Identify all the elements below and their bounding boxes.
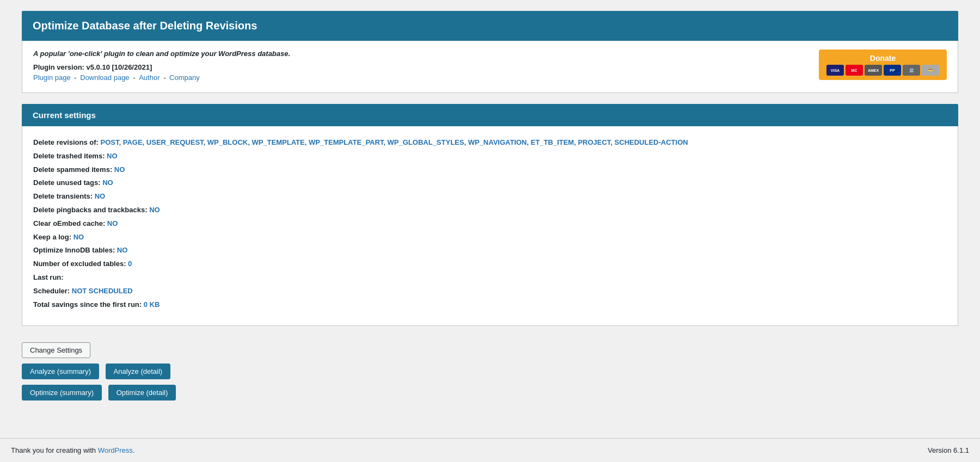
setting-value-transients: NO [95,192,106,200]
mastercard-icon: MC [846,65,863,76]
setting-value-innodb: NO [117,246,128,254]
setting-value-log: NO [74,233,84,241]
setting-label-spammed: Delete spammed items: [33,165,114,174]
plugin-version: Plugin version: v5.0.10 [10/26/2021] [33,63,947,71]
plugin-info-bar: A popular 'one-click' plugin to clean an… [22,41,958,93]
setting-value-pingbacks: NO [149,206,160,214]
setting-label-revisions: Delete revisions of: [33,138,101,146]
plugin-tagline: A popular 'one-click' plugin to clean an… [33,50,947,58]
settings-body: Delete revisions of: POST, PAGE, USER_RE… [22,126,958,326]
setting-label-transients: Delete transients: [33,192,95,200]
setting-spammed: Delete spammed items: NO [33,164,947,176]
setting-value-savings: 0 KB [144,300,160,309]
wordpress-link[interactable]: WordPress [98,446,133,454]
setting-total-savings: Total savings since the first run: 0 KB [33,299,947,311]
actions-area: Change Settings Analyze (summary) Analyz… [22,337,958,411]
change-settings-row: Change Settings [22,342,958,358]
optimize-summary-button[interactable]: Optimize (summary) [22,385,102,401]
setting-label-innodb: Optimize InnoDB tables: [33,246,117,254]
separator-2: - [133,73,137,82]
section-title: Current settings [33,110,947,120]
setting-value-trashed: NO [107,152,118,160]
author-link[interactable]: Author [139,73,160,82]
setting-oembed: Clear oEmbed cache: NO [33,218,947,230]
donate-button[interactable]: Donate VISA MC AMEX PP 🏦 💳 [819,50,947,80]
page-footer: Thank you for creating with WordPress. V… [0,438,980,462]
setting-delete-revisions: Delete revisions of: POST, PAGE, USER_RE… [33,137,947,149]
setting-transients: Delete transients: NO [33,191,947,202]
bank-icon: 🏦 [903,65,920,76]
setting-label-trashed: Delete trashed items: [33,152,107,160]
setting-value-revisions: POST, PAGE, USER_REQUEST, WP_BLOCK, WP_T… [101,138,688,146]
setting-log: Keep a log: NO [33,232,947,243]
version-label: Version 6.1.1 [928,446,969,454]
footer-credit: Thank you for creating with WordPress. [11,446,134,454]
donate-label: Donate [870,54,896,63]
company-link[interactable]: Company [169,73,200,82]
setting-label-scheduler: Scheduler: [33,287,72,295]
setting-label-last-run: Last run: [33,273,64,281]
card-icon: 💳 [922,65,939,76]
plugin-header: Optimize Database after Deleting Revisio… [22,11,958,41]
setting-label-savings: Total savings since the first run: [33,300,144,309]
amex-icon: AMEX [865,65,882,76]
analyze-summary-button[interactable]: Analyze (summary) [22,364,99,379]
setting-label-pingbacks: Delete pingbacks and trackbacks: [33,206,149,214]
setting-innodb: Optimize InnoDB tables: NO [33,245,947,256]
visa-icon: VISA [826,65,844,76]
setting-scheduler: Scheduler: NOT SCHEDULED [33,286,947,297]
setting-label-oembed: Clear oEmbed cache: [33,219,107,227]
payment-icons: VISA MC AMEX PP 🏦 💳 [826,65,939,76]
setting-value-scheduler: NOT SCHEDULED [72,287,133,295]
setting-value-spammed: NO [114,165,125,174]
download-page-link[interactable]: Download page [80,73,129,82]
paypal-icon: PP [884,65,901,76]
setting-pingbacks: Delete pingbacks and trackbacks: NO [33,205,947,216]
plugin-page-link[interactable]: Plugin page [33,73,71,82]
analyze-detail-button[interactable]: Analyze (detail) [106,364,171,379]
setting-label-excluded: Number of excluded tables: [33,260,128,268]
setting-trashed: Delete trashed items: NO [33,151,947,162]
change-settings-button[interactable]: Change Settings [22,342,90,358]
setting-unused-tags: Delete unused tags: NO [33,177,947,189]
setting-value-oembed: NO [107,219,118,227]
plugin-title: Optimize Database after Deleting Revisio… [33,20,947,32]
setting-label-log: Keep a log: [33,233,74,241]
plugin-links: Plugin page - Download page - Author - C… [33,73,947,82]
setting-last-run: Last run: [33,272,947,284]
setting-value-unused-tags: NO [102,178,113,187]
setting-label-unused-tags: Delete unused tags: [33,178,102,187]
separator-3: - [163,73,168,82]
footer-thank-you-text: Thank you for creating with [11,446,98,454]
optimize-row: Optimize (summary) Optimize (detail) [22,385,958,401]
current-settings-header: Current settings [22,104,958,126]
separator-1: - [74,73,78,82]
optimize-detail-button[interactable]: Optimize (detail) [108,385,176,401]
setting-value-excluded: 0 [128,260,132,268]
analyze-row: Analyze (summary) Analyze (detail) [22,364,958,379]
setting-excluded-tables: Number of excluded tables: 0 [33,258,947,270]
